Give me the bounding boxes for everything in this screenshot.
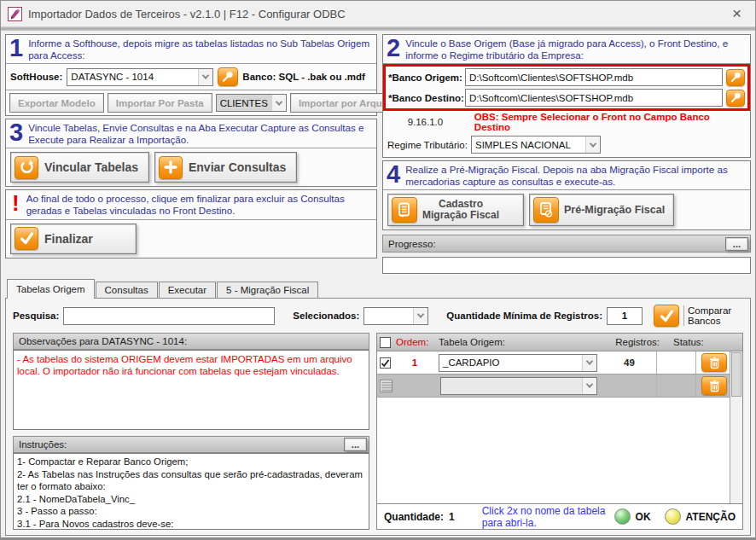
banco-sql-label: Banco: SQL - .bak ou .mdf xyxy=(242,72,365,82)
importar-por-pasta-button[interactable]: Importar Por Pasta xyxy=(108,93,212,113)
tabelas-grid: Ordem: Tabela Origem: Registros: Status: xyxy=(376,333,743,530)
tabela-origem-select-empty[interactable] xyxy=(440,377,597,395)
top-sections: 1 Informe a Softhouse, depois migre as t… xyxy=(5,34,751,274)
tab-migracao-fiscal[interactable]: 5 - Migração Fiscal xyxy=(217,282,318,299)
banco-origem-label: *Banco Origem: xyxy=(388,73,462,83)
chevron-down-icon xyxy=(585,136,600,153)
progresso-label: Progresso: xyxy=(388,239,436,249)
finalizar-row: Finalizar xyxy=(6,220,376,258)
ok-led-icon xyxy=(614,508,631,525)
tabela-selected-value: _CARDAPIO xyxy=(439,357,582,368)
grid-footer: Quantidade: 1 Click 2x no nome da tabela… xyxy=(377,503,742,529)
section-2-bancos: 2 Vincule o Base Origem (Base já migrado… xyxy=(382,34,751,158)
delete-row-button[interactable] xyxy=(701,376,727,395)
main-content: 1 Informe a Softhouse, depois migre as t… xyxy=(1,31,755,537)
softhouse-select[interactable]: DATASYNC - 1014 xyxy=(67,68,213,86)
new-row-indicator-icon xyxy=(380,380,393,392)
section-4-header: 4 Realize a Pré-Migração Fiscal. Depois … xyxy=(383,161,750,190)
tab-control: Tabelas Origem Consultas Executar 5 - Mi… xyxy=(5,279,751,536)
section-3-text: Vincule Tabelas, Envie Consultas e na Ab… xyxy=(28,121,372,145)
enviar-consultas-button[interactable]: Enviar Consultas xyxy=(154,152,297,183)
progresso-bar xyxy=(382,257,751,274)
banco-destino-label: *Banco Destino: xyxy=(388,93,462,103)
check-icon xyxy=(659,308,675,324)
double-click-hint: Click 2x no nome da tabela para abri-la. xyxy=(482,505,609,529)
section-1-number: 1 xyxy=(9,37,23,60)
grid-header: Ordem: Tabela Origem: Registros: Status: xyxy=(377,334,742,351)
pre-migracao-fiscal-button[interactable]: Pré-Migração Fiscal xyxy=(529,194,674,226)
pesquisa-input[interactable] xyxy=(63,307,275,325)
quantidade-value: 1 xyxy=(449,511,455,523)
banco-destino-input[interactable] xyxy=(465,89,723,107)
col-ordem-header: Ordem: xyxy=(396,337,433,347)
regime-select[interactable]: SIMPLES NACIONAL xyxy=(471,136,601,154)
atencao-led-icon xyxy=(665,508,681,525)
vertical-scrollbar[interactable] xyxy=(730,351,742,503)
close-icon[interactable]: × xyxy=(725,3,748,25)
row-checkbox-checked[interactable] xyxy=(380,357,391,369)
comparar-bancos-button[interactable] xyxy=(654,305,679,327)
section-4-buttons: Cadastro Migração Fiscal xyxy=(383,190,750,229)
chevron-down-icon xyxy=(198,69,212,85)
chevron-down-icon xyxy=(271,95,286,111)
section-4-number: 4 xyxy=(387,163,400,186)
banco-destino-lookup-button[interactable] xyxy=(726,90,745,107)
pre-migracao-label: Pré-Migração Fiscal xyxy=(564,204,665,216)
ok-label: OK xyxy=(636,511,651,523)
magnifier-icon xyxy=(221,70,235,84)
qtd-minima-input[interactable] xyxy=(607,307,643,325)
delete-row-button[interactable] xyxy=(701,353,727,372)
title-bar: Importador Dados de Terceiros - v2.1.0 |… xyxy=(1,1,755,26)
tab-panel-tabelas-origem: Pesquisa: Selecionados: Quantidade Mínim… xyxy=(5,298,751,536)
trash-icon xyxy=(708,357,721,369)
tab-panes: Observações para DATASYNC - 1014: - As t… xyxy=(13,333,743,530)
app-icon xyxy=(8,7,22,21)
magnifier-icon xyxy=(730,91,742,104)
section-2-header: 2 Vincule o Base Origem (Base já migrado… xyxy=(383,35,750,64)
tabela-origem-select[interactable]: _CARDAPIO xyxy=(439,354,597,372)
softhouse-row: SoftHouse: DATASYNC - 1014 Banco: SQL - … xyxy=(6,64,376,90)
finalizar-button[interactable]: Finalizar xyxy=(10,224,137,254)
chevron-down-icon xyxy=(582,355,596,371)
tipo-importacao-select[interactable]: CLIENTES xyxy=(216,94,287,112)
observacoes-text: - As tabelas do sistema ORIGEM devem est… xyxy=(17,354,352,376)
version-number: 9.16.1.0 xyxy=(388,117,462,127)
bancos-highlight-box: *Banco Origem: *Banco Destino: xyxy=(383,64,750,111)
left-column: 1 Informe a Softhouse, depois migre as t… xyxy=(5,34,377,274)
filters-row: Pesquisa: Selecionados: Quantidade Mínim… xyxy=(13,305,743,327)
section-4-fiscal: 4 Realize a Pré-Migração Fiscal. Depois … xyxy=(382,160,751,230)
progresso-more-button[interactable]: ... xyxy=(725,237,748,251)
tab-consultas[interactable]: Consultas xyxy=(96,282,158,299)
softhouse-selected-value: DATASYNC - 1014 xyxy=(67,72,198,82)
row-ordem: 1 xyxy=(396,357,433,368)
regime-selected-value: SIMPLES NACIONAL xyxy=(472,140,585,150)
instrucoes-more-button[interactable]: ... xyxy=(344,438,367,451)
banco-origem-input[interactable] xyxy=(465,68,723,86)
row-status xyxy=(662,375,696,397)
scrollbar-thumb[interactable] xyxy=(731,352,741,397)
cadastro-migracao-fiscal-button[interactable]: Cadastro Migração Fiscal xyxy=(387,194,524,226)
selecionados-select[interactable] xyxy=(363,307,428,325)
pesquisa-label: Pesquisa: xyxy=(13,311,59,321)
exportar-modelo-button[interactable]: Exportar Modelo xyxy=(9,93,104,113)
quantidade-label: Quantidade: xyxy=(384,511,444,523)
tab-executar[interactable]: Executar xyxy=(159,282,216,299)
circular-arrow-icon xyxy=(15,156,38,179)
observacoes-box: - As tabelas do sistema ORIGEM devem est… xyxy=(13,350,369,430)
section-1-softhouse: 1 Informe a Softhouse, depois migre as t… xyxy=(5,34,377,116)
vincular-tabelas-label: Vincular Tabelas xyxy=(44,160,138,174)
window-title: Importador Dados de Terceiros - v2.1.0 |… xyxy=(28,8,719,20)
select-all-checkbox[interactable] xyxy=(380,337,391,348)
atencao-label: ATENÇÃO xyxy=(686,511,736,523)
grid-empty-area xyxy=(377,398,730,503)
tab-tabelas-origem[interactable]: Tabelas Origem xyxy=(7,279,95,299)
section-4-text: Realize a Pré-Migração Fiscal. Depois na… xyxy=(405,163,746,187)
banco-origem-lookup-button[interactable] xyxy=(726,69,745,86)
vincular-tabelas-button[interactable]: Vincular Tabelas xyxy=(10,152,149,183)
softhouse-lookup-button[interactable] xyxy=(218,67,238,86)
instruction-line: 2- As Tabelas nas Instruções das consult… xyxy=(17,468,365,493)
softhouse-label: SoftHouse: xyxy=(10,72,62,82)
tipo-selected-value: CLIENTES xyxy=(217,98,271,108)
row-registros xyxy=(602,375,657,397)
instrucoes-label: Instruções: xyxy=(19,439,67,450)
